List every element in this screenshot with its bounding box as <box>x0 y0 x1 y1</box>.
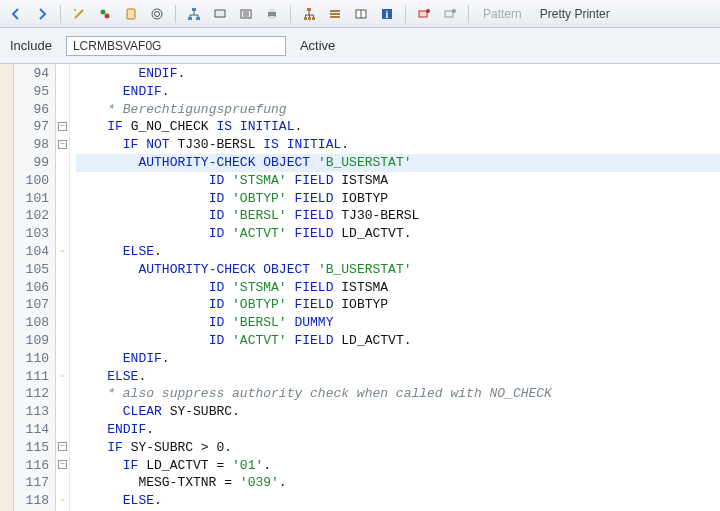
fold-marker <box>56 65 69 83</box>
hierarchy-icon[interactable] <box>299 4 319 24</box>
code-line[interactable]: IF G_NO_CHECK IS INITIAL. <box>76 118 720 136</box>
line-number: 97 <box>14 118 49 136</box>
stack-icon[interactable] <box>325 4 345 24</box>
line-number: 110 <box>14 350 49 368</box>
wand-icon[interactable] <box>69 4 89 24</box>
fold-marker[interactable]: − <box>56 136 69 154</box>
svg-rect-28 <box>419 11 427 17</box>
fold-marker <box>56 225 69 243</box>
fold-marker <box>56 314 69 332</box>
tree-icon[interactable] <box>184 4 204 24</box>
line-number: 99 <box>14 154 49 172</box>
code-editor: 9495969798991001011021031041051061071081… <box>0 64 720 511</box>
code-line[interactable]: IF LD_ACTVT = '01'. <box>76 457 720 475</box>
window-icon[interactable] <box>351 4 371 24</box>
fold-marker <box>56 421 69 439</box>
include-input[interactable] <box>66 36 286 56</box>
line-number: 116 <box>14 457 49 475</box>
code-line[interactable]: ID 'OBTYP' FIELD IOBTYP <box>76 296 720 314</box>
svg-rect-19 <box>308 17 311 20</box>
screen-icon[interactable] <box>210 4 230 24</box>
code-line[interactable]: ENDIF. <box>76 83 720 101</box>
code-line[interactable]: * Berechtigungspruefung <box>76 101 720 119</box>
list-icon[interactable] <box>236 4 256 24</box>
line-number: 108 <box>14 314 49 332</box>
fold-gutter[interactable]: −− ◦ ◦ −− ◦ <box>56 64 70 511</box>
code-line[interactable]: ID 'OBTYP' FIELD IOBTYP <box>76 190 720 208</box>
svg-rect-6 <box>192 8 196 11</box>
line-number: 103 <box>14 225 49 243</box>
svg-point-5 <box>155 11 160 16</box>
fold-marker <box>56 332 69 350</box>
code-line[interactable]: ENDIF. <box>76 65 720 83</box>
code-line[interactable]: IF SY-SUBRC > 0. <box>76 439 720 457</box>
line-number: 105 <box>14 261 49 279</box>
toolbar-separator <box>468 5 469 23</box>
line-number: 113 <box>14 403 49 421</box>
code-line[interactable]: ID 'STSMA' FIELD ISTSMA <box>76 172 720 190</box>
line-number: 94 <box>14 65 49 83</box>
back-icon[interactable] <box>6 4 26 24</box>
code-line[interactable]: AUTHORITY-CHECK OBJECT 'B_USERSTAT' <box>76 154 720 172</box>
breakpoint-delete-icon[interactable] <box>440 4 460 24</box>
code-line[interactable]: ID 'ACTVT' FIELD LD_ACTVT. <box>76 332 720 350</box>
pretty-printer-button[interactable]: Pretty Printer <box>534 7 616 21</box>
fold-marker <box>56 101 69 119</box>
fold-marker <box>56 279 69 297</box>
svg-rect-23 <box>330 16 340 18</box>
fold-marker <box>56 403 69 421</box>
fold-marker <box>56 385 69 403</box>
code-line[interactable]: ENDIF. <box>76 421 720 439</box>
fold-marker <box>56 207 69 225</box>
code-line[interactable]: ELSE. <box>76 368 720 386</box>
line-number: 114 <box>14 421 49 439</box>
fold-marker[interactable]: − <box>56 457 69 475</box>
fold-marker[interactable]: − <box>56 118 69 136</box>
code-line[interactable]: ELSE. <box>76 492 720 510</box>
toolbar-separator <box>175 5 176 23</box>
svg-point-29 <box>426 9 430 13</box>
code-line[interactable]: CLEAR SY-SUBRC. <box>76 403 720 421</box>
fold-marker <box>56 172 69 190</box>
code-line[interactable]: ID 'STSMA' FIELD ISTSMA <box>76 279 720 297</box>
code-line[interactable]: IF NOT TJ30-BERSL IS INITIAL. <box>76 136 720 154</box>
code-line[interactable]: ELSE. <box>76 243 720 261</box>
fold-marker <box>56 261 69 279</box>
clipboard-icon[interactable] <box>121 4 141 24</box>
print-icon[interactable] <box>262 4 282 24</box>
line-number: 111 <box>14 368 49 386</box>
code-line[interactable]: ID 'BERSL' FIELD TJ30-BERSL <box>76 207 720 225</box>
balls-icon[interactable] <box>95 4 115 24</box>
svg-rect-9 <box>215 10 225 17</box>
info-icon[interactable]: i <box>377 4 397 24</box>
svg-rect-7 <box>188 17 192 20</box>
fold-marker <box>56 83 69 101</box>
toolbar-separator <box>60 5 61 23</box>
svg-rect-17 <box>307 8 311 11</box>
line-number-gutter: 9495969798991001011021031041051061071081… <box>14 64 56 511</box>
toolbar-separator <box>290 5 291 23</box>
line-number: 112 <box>14 385 49 403</box>
breakpoint-set-icon[interactable] <box>414 4 434 24</box>
code-line[interactable]: AUTHORITY-CHECK OBJECT 'B_USERSTAT' <box>76 261 720 279</box>
fold-marker <box>56 154 69 172</box>
code-line[interactable]: MESG-TXTNR = '039'. <box>76 474 720 492</box>
fold-marker <box>56 350 69 368</box>
svg-rect-18 <box>304 17 307 20</box>
code-line[interactable]: ENDIF. <box>76 350 720 368</box>
status-label: Active <box>300 38 335 53</box>
code-line[interactable]: ID 'BERSL' DUMMY <box>76 314 720 332</box>
fold-marker <box>56 474 69 492</box>
pattern-button: Pattern <box>477 7 528 21</box>
include-label: Include <box>10 38 52 53</box>
fold-marker[interactable]: − <box>56 439 69 457</box>
forward-icon[interactable] <box>32 4 52 24</box>
code-area[interactable]: ENDIF. ENDIF. * Berechtigungspruefung IF… <box>70 64 720 511</box>
line-number: 98 <box>14 136 49 154</box>
toolbar-separator <box>405 5 406 23</box>
code-line[interactable]: * also suppress authority check when cal… <box>76 385 720 403</box>
code-line[interactable]: ID 'ACTVT' FIELD LD_ACTVT. <box>76 225 720 243</box>
svg-point-0 <box>74 9 76 11</box>
line-number: 96 <box>14 101 49 119</box>
spiral-icon[interactable] <box>147 4 167 24</box>
